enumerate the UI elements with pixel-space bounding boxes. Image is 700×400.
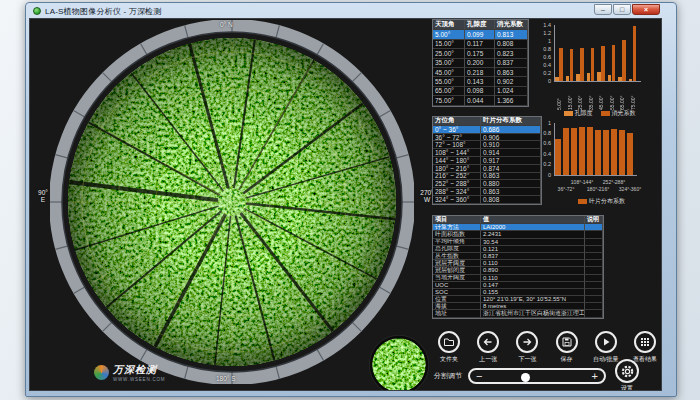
bar <box>570 49 574 81</box>
y-axis-tick-label: 0.4 <box>536 62 551 68</box>
table-cell: 55.00° <box>433 77 465 86</box>
bar <box>601 46 605 81</box>
table-row[interactable]: 36° ~ 72°0.906 <box>433 134 541 142</box>
table-row[interactable]: 丛生指数0.837 <box>433 253 603 260</box>
table-row[interactable]: 180° ~ 216°0.874 <box>433 165 541 173</box>
x-axis-tick-label: 45.00° <box>597 84 605 110</box>
column-header: 说明 <box>585 216 603 224</box>
table-row[interactable]: 75.00°0.0441.366 <box>433 96 528 105</box>
x-axis-tick-label: 36°-72° <box>558 186 575 192</box>
settings-button[interactable]: 设置 <box>610 359 644 391</box>
table-row[interactable]: 55.00°0.1430.902 <box>433 77 528 86</box>
y-axis-tick-label: 0 <box>536 78 551 84</box>
table-row[interactable]: 108° ~ 144°0.914 <box>433 149 541 157</box>
table-cell: 海拔 <box>433 303 481 310</box>
y-axis-tick-label: 0.8 <box>538 130 551 136</box>
bar <box>612 45 616 81</box>
table-cell: 冠层开阔度 <box>433 260 481 267</box>
bar <box>591 48 595 81</box>
table-row[interactable]: 72° ~ 108°0.910 <box>433 141 541 149</box>
table-cell: 0.147 <box>481 282 585 289</box>
next-image-button[interactable]: 下一张 <box>508 331 546 364</box>
slider-minus-button[interactable]: − <box>476 371 482 381</box>
table-cell: 0.823 <box>495 49 528 58</box>
column-header: 孔隙度 <box>465 20 495 30</box>
x-axis-tick-label: 180°-216° <box>587 186 609 192</box>
table-row[interactable]: 45.00°0.2180.863 <box>433 68 528 77</box>
table-row[interactable]: 位置120° 21'0.19"E, 30° 10'52.55"N <box>433 296 603 303</box>
main-content: 0° N 180° S 90°E 270°W 天顶角孔隙度消光系数5.00°0.… <box>29 18 662 391</box>
table-cell: 0.175 <box>465 49 495 58</box>
folder-button[interactable]: 文件夹 <box>430 331 468 364</box>
y-axis-tick-label: 0.6 <box>538 140 551 146</box>
table-row[interactable]: 216° ~ 252°0.863 <box>433 173 541 181</box>
table-row[interactable]: 地址浙江省杭州市江干区白杨街道浙江理工大学附近 <box>433 310 603 317</box>
title-bar[interactable]: LA-S植物图像分析仪 - 万深检测 – □ × <box>29 4 662 18</box>
table-row[interactable]: 0° ~ 36°0.686 <box>433 126 541 134</box>
table-cell: 0.121 <box>481 246 585 253</box>
bar <box>559 48 563 81</box>
x-axis <box>554 81 641 82</box>
table-cell: 0.837 <box>481 253 585 260</box>
azimuth-angle-table: 方位角叶片分布系数0° ~ 36°0.68636° ~ 72°0.90672° … <box>432 116 542 205</box>
bar <box>633 26 637 81</box>
table-row[interactable]: 252° ~ 288°0.880 <box>433 180 541 188</box>
table-header-row: 天顶角孔隙度消光系数 <box>433 20 528 30</box>
table-row[interactable]: 海拔8 metres <box>433 303 603 310</box>
table-row[interactable]: 324° ~ 360°0.808 <box>433 196 541 204</box>
table-cell <box>585 267 603 274</box>
table-cell: 地址 <box>433 310 481 317</box>
parameters-table: 项目值说明计算方法LAI2000叶面积指数2.2431平均叶倾角30.54总孔隙… <box>432 215 604 319</box>
image-thumbnail[interactable] <box>368 334 430 391</box>
table-row[interactable]: 总孔隙度0.121 <box>433 246 603 253</box>
table-cell: 0.044 <box>465 96 495 105</box>
play-icon <box>595 331 617 353</box>
table-cell: 0.837 <box>495 59 528 68</box>
table-row[interactable]: 144° ~ 180°0.917 <box>433 157 541 165</box>
table-cell: 0.200 <box>465 59 495 68</box>
column-header: 值 <box>481 216 585 224</box>
wseen-logo: 万深检测 WWW.WSEEN.COM <box>94 363 165 382</box>
table-row[interactable]: 计算方法LAI2000 <box>433 224 603 231</box>
table-cell: 0.874 <box>481 165 541 173</box>
table-cell: 丛生指数 <box>433 253 481 260</box>
table-cell: 0.098 <box>465 87 495 96</box>
table-row[interactable]: 叶面积指数2.2431 <box>433 231 603 238</box>
slider-plus-button[interactable]: + <box>592 371 598 381</box>
y-axis-tick-label: 0.8 <box>536 46 551 52</box>
table-row[interactable]: 15.00°0.1170.808 <box>433 40 528 49</box>
table-row[interactable]: SOC0.155 <box>433 289 603 296</box>
previous-image-button[interactable]: 上一张 <box>469 331 507 364</box>
table-row[interactable]: 平均叶倾角30.54 <box>433 239 603 246</box>
bar <box>595 130 601 175</box>
save-button[interactable]: 保存 <box>548 331 586 364</box>
maximize-button[interactable]: □ <box>613 4 631 15</box>
fisheye-canopy-image[interactable] <box>50 20 414 384</box>
table-row[interactable]: UOC0.147 <box>433 282 603 289</box>
table-cell: 0.808 <box>495 40 528 49</box>
slider-thumb[interactable] <box>521 373 530 382</box>
split-adjust-slider[interactable]: − + <box>468 368 606 384</box>
split-adjust-label: 分割调节 <box>434 371 462 381</box>
table-row[interactable]: 288° ~ 324°0.863 <box>433 188 541 196</box>
table-cell <box>585 260 603 267</box>
table-cell: 15.00° <box>433 40 465 49</box>
table-cell: 144° ~ 180° <box>433 157 481 165</box>
table-row[interactable]: 5.00°0.0990.813 <box>433 30 528 39</box>
bar <box>622 40 626 81</box>
x-axis-tick-label: 15.00° <box>566 84 574 110</box>
table-cell: 30.54 <box>481 239 585 246</box>
table-cell: 0.910 <box>481 141 541 149</box>
table-row[interactable]: 25.00°0.1750.823 <box>433 49 528 58</box>
minimize-button[interactable]: – <box>594 4 612 15</box>
table-row[interactable]: 当地开阔度0.110 <box>433 275 603 282</box>
table-cell <box>585 310 603 317</box>
close-button[interactable]: × <box>632 4 660 15</box>
table-row[interactable]: 65.00°0.0981.024 <box>433 87 528 96</box>
x-axis-tick-label: 65.00° <box>618 84 626 110</box>
table-cell: 位置 <box>433 296 481 303</box>
table-row[interactable]: 冠层郁闭度0.890 <box>433 267 603 274</box>
table-cell: 0.863 <box>481 188 541 196</box>
table-row[interactable]: 冠层开阔度0.110 <box>433 260 603 267</box>
table-row[interactable]: 35.00°0.2000.837 <box>433 59 528 68</box>
